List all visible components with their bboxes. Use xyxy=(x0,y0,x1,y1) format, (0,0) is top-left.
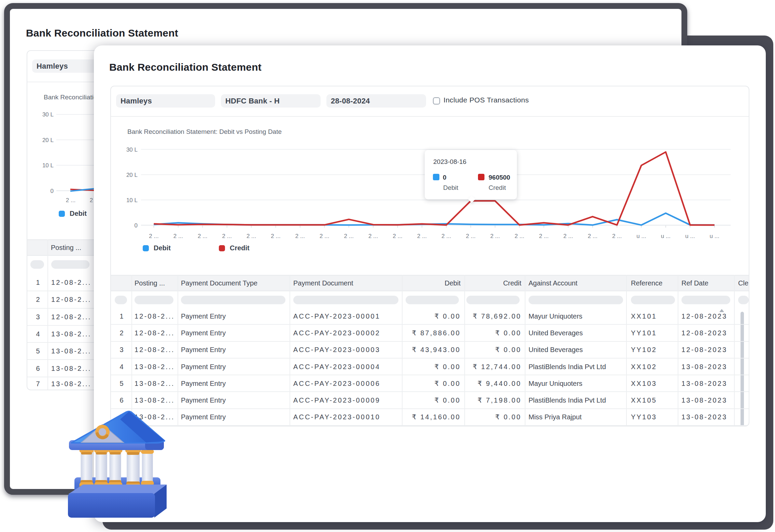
svg-text:0: 0 xyxy=(135,222,138,229)
svg-text:u ...: u ... xyxy=(636,233,646,239)
svg-text:2 ...: 2 ... xyxy=(149,233,158,239)
svg-text:30 L: 30 L xyxy=(42,111,54,118)
svg-text:2 ...: 2 ... xyxy=(588,233,597,239)
svg-text:30 L: 30 L xyxy=(126,146,138,153)
svg-text:2 ...: 2 ... xyxy=(441,233,451,239)
svg-text:10 L: 10 L xyxy=(42,162,54,169)
svg-text:2 ...: 2 ... xyxy=(612,233,622,239)
svg-text:2 ...: 2 ... xyxy=(320,233,329,239)
svg-text:2 ...: 2 ... xyxy=(417,233,427,239)
svg-text:20 L: 20 L xyxy=(42,137,54,143)
svg-text:0: 0 xyxy=(51,188,54,194)
svg-text:2 ...: 2 ... xyxy=(466,233,476,239)
svg-text:2 ...: 2 ... xyxy=(66,197,75,204)
svg-text:2 ...: 2 ... xyxy=(515,233,524,239)
svg-text:2 ...: 2 ... xyxy=(344,233,354,239)
svg-text:2 ...: 2 ... xyxy=(246,233,256,239)
svg-text:2 ...: 2 ... xyxy=(393,233,402,239)
svg-text:2 ...: 2 ... xyxy=(490,233,500,239)
svg-text:u ...: u ... xyxy=(661,233,671,239)
svg-text:2 ...: 2 ... xyxy=(563,233,573,239)
svg-text:20 L: 20 L xyxy=(126,172,138,178)
svg-text:2 ...: 2 ... xyxy=(539,233,549,239)
svg-text:2 ...: 2 ... xyxy=(368,233,378,239)
svg-text:10 L: 10 L xyxy=(126,197,138,204)
svg-text:u ...: u ... xyxy=(710,233,719,239)
svg-text:2 ...: 2 ... xyxy=(173,233,183,239)
svg-text:u ...: u ... xyxy=(685,233,695,239)
svg-text:2 ...: 2 ... xyxy=(295,233,305,239)
svg-text:2 ...: 2 ... xyxy=(198,233,207,239)
svg-text:2 ...: 2 ... xyxy=(222,233,232,239)
svg-text:2 ...: 2 ... xyxy=(271,233,280,239)
